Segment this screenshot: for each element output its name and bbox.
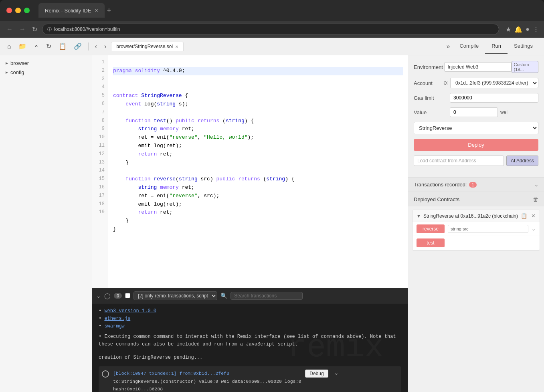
account-plus-icon[interactable]: ⛭: [443, 80, 449, 86]
environment-label: Environment: [414, 64, 444, 70]
forward-button[interactable]: →: [18, 24, 27, 34]
file-tab-close-icon[interactable]: ✕: [175, 44, 178, 49]
github-icon[interactable]: ⚬: [31, 41, 41, 52]
copy-icon[interactable]: 📋: [521, 213, 527, 219]
web3-link[interactable]: web3 version 1.0.0: [104, 308, 156, 314]
contract-select-row: StringReverse: [414, 122, 538, 134]
nav-back-icon[interactable]: ‹: [93, 41, 99, 52]
maximize-window-btn[interactable]: [24, 8, 30, 13]
console-creation-text: creation of StringReverse pending...: [99, 354, 401, 362]
sidebar: ► browser ► config: [0, 55, 92, 392]
reverse-function-button[interactable]: reverse: [417, 224, 445, 233]
lock-icon: ⓘ: [47, 26, 52, 32]
menu-icon[interactable]: ⋮: [533, 26, 539, 33]
expand-tx-icon[interactable]: ⌄: [334, 370, 339, 376]
file-tab-stringreverse[interactable]: browser/StringReverse.sol ✕: [111, 42, 184, 51]
trash-icon[interactable]: 🗑: [533, 196, 538, 202]
console-search-input[interactable]: [231, 292, 303, 300]
transactions-recorded-section[interactable]: Transactions recorded: 1 ⌄: [408, 177, 544, 192]
gas-limit-input[interactable]: [450, 93, 538, 103]
arrow-icon-config: ►: [5, 70, 9, 75]
profile-icon[interactable]: ●: [526, 26, 530, 33]
swarmgw-link[interactable]: swarmgw: [104, 323, 124, 329]
reload-button[interactable]: ↻: [30, 24, 39, 35]
star-icon[interactable]: ★: [506, 26, 511, 33]
collapse-icon[interactable]: »: [447, 43, 450, 50]
tx-circle-icon: [102, 370, 109, 378]
account-select[interactable]: 0x1d...2fef3 (999.99838224 ether): [450, 78, 538, 88]
tx-block: [block:10847 txIndex:1] from:0xb1d...2fe…: [99, 366, 401, 392]
browser-nav-bar: ← → ↻ ⓘ localhost:8080/#version=builtin …: [0, 21, 544, 38]
gas-limit-label: Gas limit: [414, 95, 450, 101]
debug-button[interactable]: Debug: [305, 370, 328, 378]
contract-arrow-icon: ▼: [417, 214, 421, 218]
minimize-window-btn[interactable]: [15, 8, 21, 13]
notification-icon[interactable]: 🔔: [514, 26, 522, 33]
sidebar-item-browser[interactable]: ► browser: [0, 59, 92, 68]
console-toolbar: ⌄ ◯ 0 [2] only remix transactions, scrip…: [92, 288, 408, 303]
code-editor[interactable]: 12345 678910 1112131415 16171819 pragma …: [92, 55, 408, 288]
run-content: Environment Custom (19... Account ⛭ 0x1d…: [408, 55, 544, 177]
right-panel: Environment Custom (19... Account ⛭ 0x1d…: [408, 55, 544, 392]
console-search-icon: 🔍: [220, 293, 227, 299]
nav-right-icons: ★ 🔔 ● ⋮: [506, 26, 539, 33]
file-tab-name: browser/StringReverse.sol: [116, 44, 173, 49]
sidebar-item-config[interactable]: ► config: [0, 68, 92, 77]
value-input[interactable]: [450, 107, 498, 117]
link-icon[interactable]: 🔗: [71, 41, 84, 52]
ethers-link[interactable]: ethers.js: [104, 316, 130, 321]
home-icon[interactable]: ⌂: [5, 41, 14, 52]
console-badge: 0: [114, 293, 122, 299]
back-button[interactable]: ←: [5, 24, 14, 34]
deployed-contracts-label: Deployed Contracts: [414, 196, 459, 202]
folder-icon[interactable]: 📁: [16, 41, 29, 52]
line-numbers: 12345 678910 1112131415 16171819: [92, 55, 108, 288]
close-window-btn[interactable]: [6, 8, 12, 13]
tab-settings[interactable]: Settings: [508, 39, 539, 54]
deploy-button[interactable]: Deploy: [414, 139, 538, 151]
tx-hash-info: hash:0xc10...36288: [113, 386, 163, 392]
url-text: localhost:8080/#version=builtin: [54, 26, 120, 32]
custom-badge: Custom (19...: [512, 61, 538, 73]
contract-fn-reverse: reverse ⌄: [413, 222, 540, 236]
tab-close-icon[interactable]: ✕: [95, 8, 98, 13]
tab-run[interactable]: Run: [485, 39, 508, 54]
console-clear-icon[interactable]: ◯: [104, 293, 111, 299]
account-label: Account: [414, 80, 443, 86]
publish-icon[interactable]: 📋: [56, 41, 69, 52]
refresh-icon[interactable]: ↻: [44, 41, 54, 52]
remove-contract-icon[interactable]: ✕: [531, 213, 536, 219]
value-row: Value wei: [414, 107, 538, 117]
value-label: Value: [414, 109, 450, 115]
new-tab-icon[interactable]: +: [107, 6, 111, 15]
contract-select[interactable]: StringReverse: [414, 122, 538, 134]
browser-tab-bar: Remix - Solidity IDE ✕ +: [38, 3, 538, 18]
contract-instance-header[interactable]: ▼ StringReverse at 0xa16...91a2c (blockc…: [413, 210, 540, 222]
tab-compile[interactable]: Compile: [453, 39, 485, 54]
console-checkbox[interactable]: [125, 293, 130, 298]
address-input[interactable]: [414, 156, 504, 166]
gas-limit-row: Gas limit: [414, 93, 538, 103]
tx-block-info[interactable]: [block:10847 txIndex:1] from:0xb1d...2fe…: [113, 371, 229, 376]
at-address-button[interactable]: At Address: [506, 156, 538, 166]
environment-input[interactable]: [444, 62, 512, 72]
code-content[interactable]: pragma solidity ^0.4.0; contract StringR…: [108, 55, 408, 288]
browser-tab[interactable]: Remix - Solidity IDE ✕: [38, 3, 105, 18]
tx-to-info: to:StringReverse.(constructor) value:0 w…: [113, 379, 301, 384]
console-line-swarmgw: • swarmgw: [99, 323, 401, 330]
console-panel: ⌄ ◯ 0 [2] only remix transactions, scrip…: [92, 288, 408, 392]
main-tabs: Compile Run Settings: [453, 39, 539, 54]
console-down-icon[interactable]: ⌄: [96, 293, 101, 299]
tx-text: [block:10847 txIndex:1] from:0xb1d...2fe…: [113, 370, 301, 392]
url-bar[interactable]: ⓘ localhost:8080/#version=builtin: [42, 24, 499, 35]
reverse-fn-expand-icon[interactable]: ⌄: [532, 226, 536, 232]
editor-panel: 12345 678910 1112131415 16171819 pragma …: [92, 55, 408, 392]
test-function-button[interactable]: test: [417, 238, 445, 247]
console-content: remix • web3 version 1.0.0 • ethers.js •…: [92, 303, 408, 392]
contract-fn-test: test: [413, 236, 540, 250]
wei-label: wei: [500, 109, 508, 115]
reverse-fn-input[interactable]: [448, 225, 528, 233]
console-filter-select[interactable]: [2] only remix transactions, script: [133, 291, 217, 300]
transactions-chevron-icon: ⌄: [534, 182, 538, 188]
nav-forward-icon[interactable]: ›: [102, 41, 109, 52]
